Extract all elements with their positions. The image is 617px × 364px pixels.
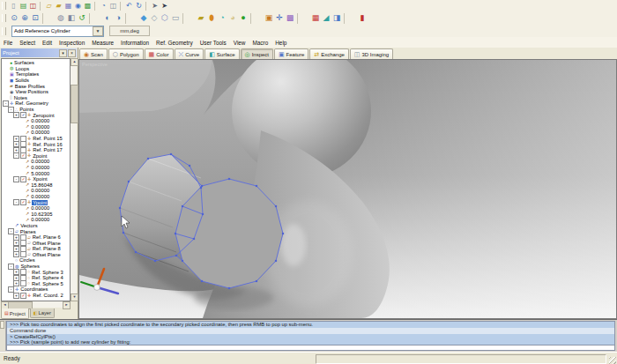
tree-item[interactable]: ↗ 0.00000 <box>2 194 70 200</box>
undo-icon[interactable]: ↶ <box>124 1 134 11</box>
tree-item[interactable]: + ▱ Offset Plane <box>2 240 70 246</box>
tree-item[interactable]: + ✛ Ref. Point 17 <box>2 147 70 153</box>
import-model-icon[interactable]: ▤ <box>19 1 28 11</box>
refresh-view-icon[interactable]: ↺ <box>77 13 87 24</box>
menu-item[interactable]: Select <box>16 39 39 47</box>
tree-item[interactable]: + ✛ Ref. Point 15 <box>2 136 70 142</box>
tree-item[interactable]: - ▱ Planes <box>2 228 70 234</box>
separator[interactable] <box>94 2 97 11</box>
select-arrow-icon[interactable]: ➤ <box>160 1 169 11</box>
ribbon-tab[interactable]: ◫ 3D Imaging <box>350 48 393 59</box>
open-folder-icon[interactable]: ▱ <box>44 1 54 11</box>
tree-expander[interactable]: + <box>13 112 19 118</box>
pick-tool-icon[interactable]: ➤ <box>150 1 160 11</box>
tree-item[interactable]: - ✛ Coordinates <box>2 286 70 293</box>
cone-tool-icon[interactable]: ◕ <box>227 13 238 24</box>
box-tool-icon[interactable]: ▣ <box>264 13 274 24</box>
toolbar-grip[interactable] <box>2 14 6 22</box>
menu-item[interactable]: View <box>230 39 249 47</box>
panel-title-bar[interactable]: Project ▾ × <box>1 48 77 57</box>
tree-expander[interactable]: - <box>13 152 19 159</box>
menu-item[interactable]: Edit <box>39 39 56 47</box>
ribbon-tab[interactable]: ◧ Surface <box>204 48 239 59</box>
view-back-icon[interactable]: ◑ <box>113 13 123 24</box>
separator[interactable] <box>145 2 148 11</box>
tree-item[interactable]: + ▱ Ref. Plane 6 <box>2 234 70 241</box>
tree-item[interactable]: + ○ Ref. Sphere 4 <box>2 275 70 281</box>
tree-checkbox[interactable] <box>20 251 26 257</box>
tree-item[interactable]: + ▱ Ref. Plane 8 <box>2 246 70 252</box>
rotate-view-icon[interactable]: ◍ <box>56 13 66 24</box>
new-document-icon[interactable]: ▯ <box>9 1 19 11</box>
ribbon-tab[interactable]: ⬡ Polygon <box>108 48 144 59</box>
shade-mode-icon[interactable]: ◆ <box>138 13 149 24</box>
command-combobox[interactable]: Add Reference Cylinder ▼ <box>11 26 104 37</box>
view-front-icon[interactable]: ◐ <box>102 13 113 24</box>
tree-item[interactable]: - ◍ Spheres <box>2 264 70 270</box>
separator[interactable] <box>120 2 123 11</box>
menu-item[interactable]: Help <box>271 39 290 47</box>
tree-item[interactable]: ↗ 0.00000 <box>2 124 70 130</box>
console-splitter-grip[interactable] <box>0 321 4 329</box>
measure-capsule-icon[interactable]: ▮ <box>357 13 368 24</box>
scroll-up-icon[interactable]: ▲ <box>71 58 78 66</box>
ribbon-tab[interactable]: ⇄ Exchange <box>309 48 349 59</box>
sphere-tool-icon[interactable]: ◔ <box>217 13 227 24</box>
tree-item[interactable]: ▰ Base Profiles <box>2 83 70 89</box>
tree-item[interactable]: - ✓ ✛ Xpoint <box>2 176 70 182</box>
checker-icon[interactable]: ▦ <box>310 13 321 24</box>
console-input[interactable] <box>6 345 615 351</box>
tree-item[interactable]: + ✓ ✛ Ref. Coord. 2 <box>2 293 70 299</box>
tree-item[interactable]: ↗ 0.00000 <box>2 118 70 124</box>
panel-tab[interactable]: ◧ Layer <box>30 308 55 318</box>
redo-icon[interactable]: ↻ <box>134 1 144 11</box>
tree-item[interactable]: + ○ Ref. Sphere 3 <box>2 269 70 275</box>
tree-expander[interactable]: - <box>13 176 19 182</box>
image-icon[interactable]: ▦ <box>63 1 73 11</box>
pan-view-icon[interactable]: ◧ <box>66 13 77 24</box>
window-icon[interactable]: ▭ <box>170 13 181 24</box>
separator[interactable] <box>125 13 137 24</box>
zoom-area-icon[interactable]: ⊡ <box>30 13 41 24</box>
print-image-icon[interactable]: ▩ <box>83 1 93 11</box>
plane-tool-icon[interactable]: ▰ <box>196 13 206 24</box>
tree-item[interactable]: - ✓ ✛ Ypoint <box>2 199 70 205</box>
separator[interactable] <box>250 13 262 24</box>
ribbon-tab[interactable]: ▣ Feature <box>274 48 308 59</box>
tree-item[interactable]: ▣ Templates <box>2 71 70 78</box>
ribbon-tab[interactable]: ◉ Scan <box>79 48 108 59</box>
menu-item[interactable]: Information <box>117 39 152 47</box>
tree-checkbox[interactable]: ✓ <box>20 199 26 205</box>
ribbon-tab[interactable]: ▦ Color <box>145 48 174 59</box>
menu-item[interactable]: File <box>0 39 16 47</box>
menu-item[interactable]: User Tools <box>197 39 230 47</box>
tree-item[interactable]: ↗ 0.00000 <box>2 159 70 165</box>
resize-grip[interactable] <box>609 357 616 364</box>
separator[interactable] <box>182 13 194 24</box>
zoom-in-icon[interactable]: ⊕ <box>19 13 30 24</box>
separator[interactable] <box>42 13 54 24</box>
toolbar-grip[interactable] <box>2 27 6 35</box>
menu-item[interactable]: Inspection <box>56 39 88 47</box>
separator[interactable] <box>297 13 308 24</box>
tree-item[interactable]: - ∴ Points <box>2 107 70 113</box>
tree-item[interactable]: ↗ 15.86048 <box>2 182 70 188</box>
tree-item[interactable]: ↗ 0.00000 <box>2 217 70 223</box>
export-icon[interactable]: ◨ <box>331 13 342 24</box>
capture-icon[interactable]: ◉ <box>73 1 83 11</box>
ribbon-tab[interactable]: ⤫ Curve <box>175 48 204 59</box>
tree-item[interactable]: ↗ 5.00000 <box>2 170 70 176</box>
mesh-mode-icon[interactable]: ⬡ <box>160 13 170 24</box>
tree-vertical-scrollbar[interactable]: ▲ ▼ <box>71 58 77 301</box>
point-tool-icon[interactable]: ● <box>238 13 249 24</box>
coordinate-tool-icon[interactable]: ✛ <box>274 13 285 24</box>
tree-item[interactable]: + ✓ ✛ Zeropoint <box>2 112 70 118</box>
print-preview-icon[interactable]: ◫ <box>108 1 118 11</box>
scroll-down-icon[interactable]: ▼ <box>71 293 78 301</box>
tree-checkbox[interactable] <box>20 280 26 286</box>
save-as-icon[interactable]: ▰ <box>54 1 63 11</box>
menu-item[interactable]: Measure <box>88 39 117 47</box>
panel-pin-button[interactable]: ▾ <box>59 49 67 57</box>
cylinder-tool-icon[interactable]: ⬮ <box>206 13 217 24</box>
tree-item[interactable]: + ✛ Ref. Point 16 <box>2 141 70 147</box>
